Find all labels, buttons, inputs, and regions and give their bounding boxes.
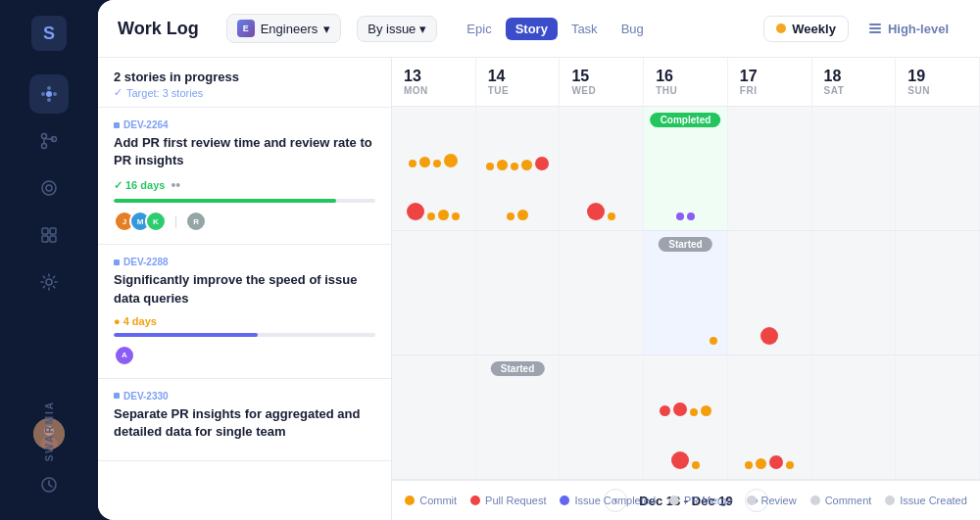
cal-cell-1-3 <box>560 107 644 230</box>
cal-day-wed: 15 WED <box>560 58 644 106</box>
story-id-dot-1 <box>114 122 120 128</box>
dot <box>497 160 508 170</box>
story-id-1: DEV-2264 <box>114 119 375 130</box>
cal-day-tue: 14 TUE <box>476 58 561 106</box>
by-issue-filter[interactable]: By issue ▾ <box>357 16 437 42</box>
story-item-1[interactable]: DEV-2264 Add PR first review time and re… <box>98 108 391 245</box>
cal-day-thu: 16 THU <box>644 58 728 106</box>
story-item-3[interactable]: DEV-2330 Separate PR insights for aggreg… <box>98 379 391 461</box>
legend-review: Review <box>747 495 797 506</box>
sidebar-item-pulse[interactable] <box>29 168 69 208</box>
stories-header: 2 stories in progress ✓ Target: 3 storie… <box>98 58 391 108</box>
dot-cluster-3-4 <box>650 361 721 473</box>
story-avatars-2: A <box>114 345 375 366</box>
cal-day-sun: 19 SUN <box>896 58 980 106</box>
cal-cell-3-4 <box>644 355 728 479</box>
progress-fill-2 <box>114 333 258 337</box>
legend-label-review: Review <box>761 495 797 506</box>
avatar-1c: K <box>145 211 167 232</box>
legend-dot-review <box>747 496 757 505</box>
high-level-view-button[interactable]: High-level <box>857 17 960 41</box>
tab-epic[interactable]: Epic <box>457 18 501 40</box>
cal-cell-1-1 <box>392 107 476 230</box>
cal-cell-2-3 <box>560 231 644 355</box>
svg-rect-23 <box>869 27 881 29</box>
tab-bug[interactable]: Bug <box>612 18 654 40</box>
calendar-row-1: Completed <box>392 107 980 231</box>
dot-cluster-1-1 <box>398 113 469 224</box>
avatar-2a: A <box>114 345 135 366</box>
cal-cell-1-5 <box>728 107 812 230</box>
cal-cell-3-3 <box>560 355 644 479</box>
cal-day-sat: 18 SAT <box>812 58 897 106</box>
dots-indicator-1: •• <box>171 177 180 193</box>
legend-label-pr: Pull Request <box>485 495 546 506</box>
dot <box>673 402 687 416</box>
dot <box>521 160 532 170</box>
calendar-body: Completed Starte <box>392 107 980 480</box>
svg-point-7 <box>42 134 47 139</box>
weekly-icon <box>776 24 786 33</box>
app-logo[interactable]: S <box>31 16 67 51</box>
avatar-divider-1: | <box>174 214 177 228</box>
calendar-header: 13 MON 14 TUE 15 WED 16 THU 17 FRI <box>392 58 980 107</box>
tab-story[interactable]: Story <box>506 18 558 40</box>
avatar-1d: R <box>185 211 207 232</box>
svg-point-17 <box>46 279 52 285</box>
stories-panel: 2 stories in progress ✓ Target: 3 storie… <box>98 58 392 520</box>
filter-label: By issue <box>368 22 416 36</box>
svg-rect-16 <box>50 236 56 242</box>
dot <box>444 154 458 167</box>
dot <box>433 160 441 167</box>
cal-cell-1-4: Completed <box>644 107 728 230</box>
dot-cluster-2-4 <box>650 237 721 349</box>
legend-label-issue-created: Issue Created <box>900 495 966 506</box>
dot <box>419 157 430 167</box>
svg-point-3 <box>47 86 51 90</box>
legend-commit: Commit <box>405 495 457 506</box>
page-title: Work Log <box>118 19 199 39</box>
legend-dot-pr <box>470 496 480 505</box>
team-selector[interactable]: E Engineers ▾ <box>226 14 342 43</box>
story-id-2: DEV-2288 <box>114 257 375 267</box>
content-area: 2 stories in progress ✓ Target: 3 storie… <box>98 58 980 520</box>
dot <box>660 405 670 416</box>
story-id-dot-3 <box>114 393 120 399</box>
legend-label-commit: Commit <box>419 495 457 506</box>
cal-cell-1-7 <box>896 107 980 230</box>
sidebar-item-home[interactable] <box>29 74 69 114</box>
svg-rect-24 <box>869 31 881 33</box>
svg-text:S: S <box>43 24 55 43</box>
legend: Commit Pull Request Issue Completed PR M… <box>392 495 980 506</box>
story-id-dot-2 <box>114 260 120 265</box>
dot <box>407 203 424 220</box>
tab-task[interactable]: Task <box>562 18 608 40</box>
dot <box>701 405 711 416</box>
story-title-1: Add PR first review time and review rate… <box>114 134 375 169</box>
dot <box>687 213 695 220</box>
story-item-2[interactable]: DEV-2288 Significantly improve the speed… <box>98 245 391 378</box>
svg-point-4 <box>47 98 51 102</box>
sidebar-item-logout[interactable] <box>29 465 69 504</box>
sidebar-item-settings[interactable] <box>29 262 69 302</box>
progress-fill-1 <box>114 199 336 203</box>
team-chevron: ▾ <box>323 22 330 36</box>
dot <box>486 163 494 170</box>
sidebar-item-layers[interactable] <box>29 215 69 255</box>
header-right: Weekly High-level <box>763 16 960 42</box>
dot <box>692 461 700 469</box>
cal-cell-3-7 <box>896 355 980 479</box>
svg-rect-13 <box>42 228 48 234</box>
legend-pr: Pull Request <box>470 495 546 506</box>
sidebar-item-branches[interactable] <box>29 121 69 161</box>
legend-comment: Comment <box>810 495 872 506</box>
dot <box>676 213 684 220</box>
story-avatars-1: J M K | R <box>114 211 375 232</box>
weekly-view-button[interactable]: Weekly <box>763 16 849 42</box>
legend-issue-completed: Issue Completed <box>560 495 656 506</box>
completed-badge: Completed <box>651 113 721 127</box>
legend-dot-pr-merge <box>669 496 679 505</box>
cal-cell-1-6 <box>812 107 897 230</box>
calendar-row-3: Started <box>392 355 980 480</box>
legend-dot-commit <box>405 496 415 505</box>
